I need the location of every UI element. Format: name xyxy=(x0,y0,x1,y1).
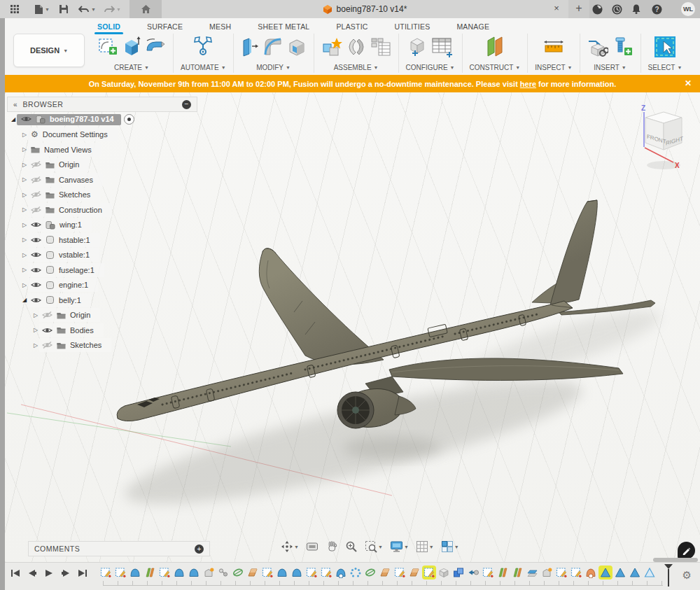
select-icon[interactable] xyxy=(653,35,677,59)
collapsed-arrow-icon[interactable]: ▷ xyxy=(21,222,28,228)
document-tab[interactable]: boeing787-10 v14* × xyxy=(162,0,568,18)
help-icon[interactable]: ? xyxy=(650,2,664,16)
timeline-feature-sketch[interactable] xyxy=(115,567,126,578)
config-table-icon[interactable] xyxy=(431,36,454,57)
visibility-eye-icon[interactable] xyxy=(31,267,41,274)
press-pull-icon[interactable] xyxy=(241,36,259,57)
tree-item-canvases[interactable]: ▷Canvases xyxy=(7,172,197,188)
new-tab-button[interactable]: + xyxy=(568,0,589,18)
timeline-feature-planeorange[interactable] xyxy=(379,567,391,578)
bom-icon[interactable] xyxy=(370,37,391,57)
tree-item-sketches[interactable]: ▷Sketches xyxy=(7,338,197,353)
go-to-end-button[interactable] xyxy=(78,568,88,578)
ribbon-group-assemble[interactable]: ASSEMBLE▼ xyxy=(314,34,399,73)
tree-item-bodies[interactable]: ▷Bodies xyxy=(7,323,197,338)
tab-mesh[interactable]: MESH xyxy=(206,21,234,34)
undo-icon[interactable]: ▼ xyxy=(78,3,96,15)
ribbon-group-construct[interactable]: CONSTRUCT▼ xyxy=(463,34,528,73)
fillet-icon[interactable] xyxy=(263,37,283,57)
avatar[interactable]: WL xyxy=(681,2,695,16)
timeline-feature-sweep[interactable] xyxy=(291,567,302,578)
timeline-feature-plane2[interactable] xyxy=(497,567,508,578)
joint-icon[interactable] xyxy=(346,37,366,57)
tree-item-hstable-1[interactable]: ▷hstable:1 xyxy=(7,232,197,248)
timeline-feature-box[interactable] xyxy=(438,567,449,578)
timeline-playhead[interactable] xyxy=(664,564,673,587)
ribbon-group-automate[interactable]: AUTOMATE▼ xyxy=(174,34,234,73)
construct-plane-icon[interactable] xyxy=(486,36,504,57)
play-button[interactable] xyxy=(44,568,54,578)
timeline-settings-gear-icon[interactable]: ⚙ xyxy=(682,569,692,582)
add-comment-icon[interactable]: + xyxy=(195,545,204,554)
zoom-tool[interactable] xyxy=(343,539,360,554)
collapsed-arrow-icon[interactable]: ▷ xyxy=(21,252,28,258)
timeline-feature-sketch[interactable] xyxy=(394,567,405,578)
tree-item-origin[interactable]: ▷Origin xyxy=(7,308,197,323)
timeline-feature-sketch[interactable] xyxy=(570,567,582,578)
timeline-feature-revolve[interactable] xyxy=(335,567,346,578)
timeline-feature-sketch[interactable] xyxy=(321,567,332,578)
grid-display-tool[interactable]: ▼ xyxy=(414,539,436,554)
timeline-feature-sketch[interactable] xyxy=(159,567,170,578)
tab-solid[interactable]: SOLID xyxy=(94,21,123,34)
timeline-feature-move[interactable] xyxy=(468,567,479,578)
save-icon[interactable] xyxy=(59,3,69,15)
tree-item-belly-1[interactable]: ◢belly:1 xyxy=(7,293,197,308)
configuration-icon[interactable] xyxy=(407,36,427,57)
insert-derive-icon[interactable] xyxy=(587,37,608,57)
collapse-panel-icon[interactable]: « xyxy=(13,101,18,108)
collapsed-arrow-icon[interactable]: ▷ xyxy=(21,192,28,198)
display-toggle-icon[interactable]: − xyxy=(182,100,191,109)
tab-close-icon[interactable]: × xyxy=(551,3,562,14)
tab-sheet-metal[interactable]: SHEET METAL xyxy=(255,21,312,34)
timeline-feature-sketchplane[interactable] xyxy=(365,567,376,578)
workspace-selector[interactable]: DESIGN ▼ xyxy=(13,34,85,67)
visibility-eye-icon[interactable] xyxy=(31,206,41,213)
tree-item-construction[interactable]: ▷Construction xyxy=(7,202,197,218)
timeline-feature-plane2[interactable] xyxy=(144,567,155,578)
collapsed-arrow-icon[interactable]: ▷ xyxy=(21,162,28,168)
expanded-arrow-icon[interactable]: ◢ xyxy=(21,297,28,303)
tree-item-wing-1[interactable]: ▷wing:1 xyxy=(7,218,197,233)
new-component-icon[interactable] xyxy=(321,36,342,57)
ribbon-group-insert[interactable]: INSERT▼ xyxy=(580,34,641,73)
timeline-feature-planeorange[interactable] xyxy=(247,567,258,578)
shell-icon[interactable] xyxy=(287,37,307,57)
create-sketch-icon[interactable] xyxy=(97,36,118,57)
step-back-button[interactable] xyxy=(27,568,37,578)
collapsed-arrow-icon[interactable]: ▷ xyxy=(21,282,28,288)
timeline-feature-loft[interactable] xyxy=(600,567,611,578)
job-status-icon[interactable] xyxy=(610,2,624,16)
ribbon-group-inspect[interactable]: INSPECT▼ xyxy=(528,34,580,73)
measure-icon[interactable] xyxy=(543,38,564,56)
collapsed-arrow-icon[interactable]: ▷ xyxy=(32,327,39,333)
selected-node[interactable]: boeing787-10 v14 xyxy=(17,114,121,125)
comment-bubble-icon[interactable] xyxy=(678,542,695,559)
tree-item-origin[interactable]: ▷Origin xyxy=(7,157,197,173)
timeline-feature-loft-outline[interactable] xyxy=(644,567,655,578)
visibility-eye-icon[interactable] xyxy=(31,237,41,244)
orbit-tool[interactable]: ▼ xyxy=(279,539,301,554)
timeline-feature-sketch[interactable] xyxy=(262,567,273,578)
ribbon-group-select[interactable]: SELECT▼ xyxy=(641,34,690,73)
step-forward-button[interactable] xyxy=(61,568,71,578)
visibility-eye-icon[interactable] xyxy=(21,115,31,122)
collapsed-arrow-icon[interactable]: ▷ xyxy=(21,237,28,243)
timeline-feature-sketch[interactable] xyxy=(482,567,493,578)
tab-surface[interactable]: SURFACE xyxy=(144,21,186,34)
tab-plastic[interactable]: PLASTIC xyxy=(333,21,370,34)
collapsed-arrow-icon[interactable]: ▷ xyxy=(32,342,39,349)
app-grid-icon[interactable] xyxy=(10,3,20,15)
ribbon-group-modify[interactable]: MODIFY▼ xyxy=(234,34,314,73)
timeline-feature-thicken[interactable] xyxy=(526,567,538,578)
timeline-feature-sweep[interactable] xyxy=(174,567,185,578)
notifications-icon[interactable] xyxy=(629,2,643,16)
collapsed-arrow-icon[interactable]: ▷ xyxy=(32,312,39,318)
timeline-feature-pattern[interactable] xyxy=(350,567,361,578)
timeline-feature-sweep[interactable] xyxy=(188,567,200,578)
visibility-eye-icon[interactable] xyxy=(31,176,41,183)
timeline-feature-planeorange[interactable] xyxy=(409,567,420,578)
tree-item-document-settings[interactable]: ▷⚙Document Settings xyxy=(7,127,197,143)
timeline-feature-sketch[interactable] xyxy=(556,567,567,578)
timeline-feature-plane2[interactable] xyxy=(512,567,523,578)
